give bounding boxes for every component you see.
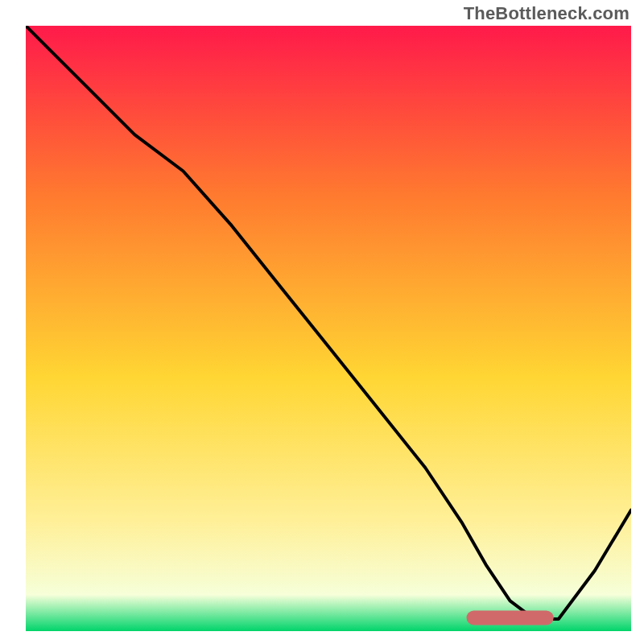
watermark-text: TheBottleneck.com <box>464 3 630 24</box>
chart-stage: TheBottleneck.com <box>0 0 644 644</box>
plot-area <box>26 26 631 631</box>
plot-svg <box>26 26 631 631</box>
